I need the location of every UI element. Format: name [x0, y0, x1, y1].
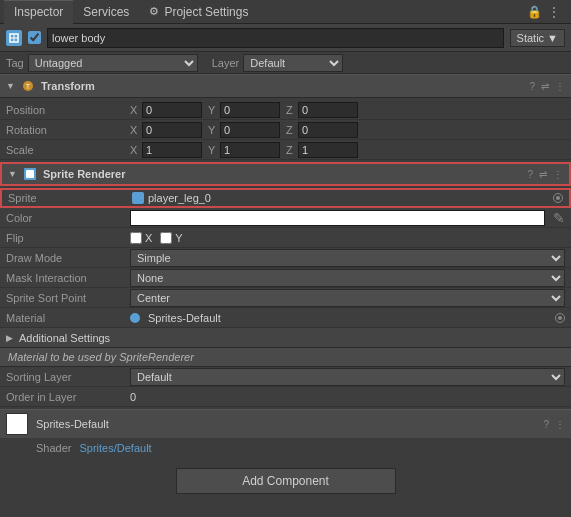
position-row: Position X Y Z: [0, 100, 571, 120]
material-value-text: Sprites-Default: [148, 312, 551, 324]
sprite-sort-point-select[interactable]: Center: [130, 289, 565, 307]
flip-label: Flip: [6, 232, 126, 244]
mask-interaction-row: Mask Interaction None: [0, 268, 571, 288]
transform-component-icons: ? ⇌ ⋮: [529, 81, 565, 92]
rotation-label: Rotation: [6, 124, 126, 136]
transform-help-icon[interactable]: ?: [529, 81, 535, 92]
rotation-row: Rotation X Y Z: [0, 120, 571, 140]
material-select-icon[interactable]: [555, 313, 565, 323]
material-help-icon[interactable]: ?: [543, 419, 549, 430]
tab-inspector[interactable]: Inspector: [4, 0, 73, 24]
flip-x-label: X: [145, 232, 152, 244]
sorting-layer-select[interactable]: Default: [130, 368, 565, 386]
color-row: Color ✎: [0, 208, 571, 228]
scale-label: Scale: [6, 144, 126, 156]
kebab-menu-icon[interactable]: ⋮: [547, 5, 561, 19]
flip-y-item: Y: [160, 232, 182, 244]
rotation-y-item: Y: [208, 122, 280, 138]
static-arrow-icon: ▼: [547, 32, 558, 44]
material-label: Material: [6, 312, 126, 324]
position-y-input[interactable]: [220, 102, 280, 118]
shader-label: Shader: [36, 442, 71, 454]
sprite-renderer-component-icons: ? ⇌ ⋮: [527, 169, 563, 180]
sprite-renderer-header[interactable]: ▼ Sprite Renderer ? ⇌ ⋮: [0, 162, 571, 186]
scale-row: Scale X Y Z: [0, 140, 571, 160]
scale-z-label: Z: [286, 144, 296, 156]
position-x-input[interactable]: [142, 102, 202, 118]
position-y-item: Y: [208, 102, 280, 118]
color-picker-icon[interactable]: ✎: [553, 210, 565, 226]
transform-chevron-icon: ▼: [6, 81, 15, 91]
scale-x-label: X: [130, 144, 140, 156]
sprite-renderer-settings-icon[interactable]: ⇌: [539, 169, 547, 180]
sprite-sort-point-label: Sprite Sort Point: [6, 292, 126, 304]
rotation-x-item: X: [130, 122, 202, 138]
add-component-row: Add Component: [0, 458, 571, 504]
sorting-layer-row: Sorting Layer Default: [0, 367, 571, 387]
tab-icons-right: 🔒 ⋮: [527, 5, 567, 19]
sprite-thumb-icon: [132, 192, 144, 204]
sprite-select-icon[interactable]: [553, 193, 563, 203]
rotation-z-input[interactable]: [298, 122, 358, 138]
sprite-renderer-title: Sprite Renderer: [43, 168, 522, 180]
position-xyz: X Y Z: [130, 102, 565, 118]
material-component-header[interactable]: Sprites-Default ? ⋮: [0, 410, 571, 438]
sprite-renderer-help-icon[interactable]: ?: [527, 169, 533, 180]
object-active-checkbox[interactable]: [28, 31, 41, 44]
position-x-label: X: [130, 104, 140, 116]
rotation-y-input[interactable]: [220, 122, 280, 138]
draw-mode-row: Draw Mode Simple: [0, 248, 571, 268]
rotation-xyz: X Y Z: [130, 122, 565, 138]
tab-project-settings-label: Project Settings: [164, 5, 248, 19]
inspector-panel: Static ▼ Tag Untagged Layer Default ▼ T …: [0, 24, 571, 517]
material-icon: [130, 313, 140, 323]
position-label: Position: [6, 104, 126, 116]
rotation-z-label: Z: [286, 124, 296, 136]
object-header: Static ▼: [0, 24, 571, 52]
rotation-z-item: Z: [286, 122, 358, 138]
additional-settings-header[interactable]: ▶ Additional Settings: [0, 328, 571, 348]
flip-y-checkbox[interactable]: [160, 232, 172, 244]
tag-select[interactable]: Untagged: [28, 54, 198, 72]
tab-project-settings[interactable]: ⚙ Project Settings: [139, 0, 258, 24]
color-swatch[interactable]: [130, 210, 545, 226]
flip-group: X Y: [130, 232, 183, 244]
material-value-group: Sprites-Default: [130, 312, 565, 324]
svg-rect-6: [26, 170, 34, 178]
material-menu-icon[interactable]: ⋮: [555, 419, 565, 430]
rotation-x-label: X: [130, 124, 140, 136]
order-in-layer-label: Order in Layer: [6, 391, 126, 403]
layer-select[interactable]: Default: [243, 54, 343, 72]
layer-label: Layer: [212, 57, 240, 69]
additional-settings-chevron-icon: ▶: [6, 333, 13, 343]
sprite-label: Sprite: [8, 192, 128, 204]
position-z-input[interactable]: [298, 102, 358, 118]
scale-xyz: X Y Z: [130, 142, 565, 158]
material-swatch: [6, 413, 28, 435]
scale-y-input[interactable]: [220, 142, 280, 158]
transform-settings-icon[interactable]: ⇌: [541, 81, 549, 92]
mask-interaction-select[interactable]: None: [130, 269, 565, 287]
position-z-label: Z: [286, 104, 296, 116]
tab-services[interactable]: Services: [73, 0, 139, 24]
transform-icon: T: [21, 79, 35, 93]
color-label: Color: [6, 212, 126, 224]
sprite-row: Sprite player_leg_0: [0, 188, 571, 208]
transform-menu-icon[interactable]: ⋮: [555, 81, 565, 92]
flip-x-checkbox[interactable]: [130, 232, 142, 244]
scale-x-input[interactable]: [142, 142, 202, 158]
draw-mode-select[interactable]: Simple: [130, 249, 565, 267]
add-component-button[interactable]: Add Component: [176, 468, 396, 494]
flip-row: Flip X Y: [0, 228, 571, 248]
flip-x-item: X: [130, 232, 152, 244]
scale-z-input[interactable]: [298, 142, 358, 158]
lock-icon[interactable]: 🔒: [527, 5, 541, 19]
object-name-input[interactable]: [47, 28, 504, 48]
scale-y-label: Y: [208, 144, 218, 156]
material-row: Material Sprites-Default: [0, 308, 571, 328]
transform-component-header[interactable]: ▼ T Transform ? ⇌ ⋮: [0, 74, 571, 98]
sprite-renderer-menu-icon[interactable]: ⋮: [553, 169, 563, 180]
rotation-x-input[interactable]: [142, 122, 202, 138]
static-badge[interactable]: Static ▼: [510, 29, 565, 47]
transform-body: Position X Y Z Rotation: [0, 98, 571, 162]
